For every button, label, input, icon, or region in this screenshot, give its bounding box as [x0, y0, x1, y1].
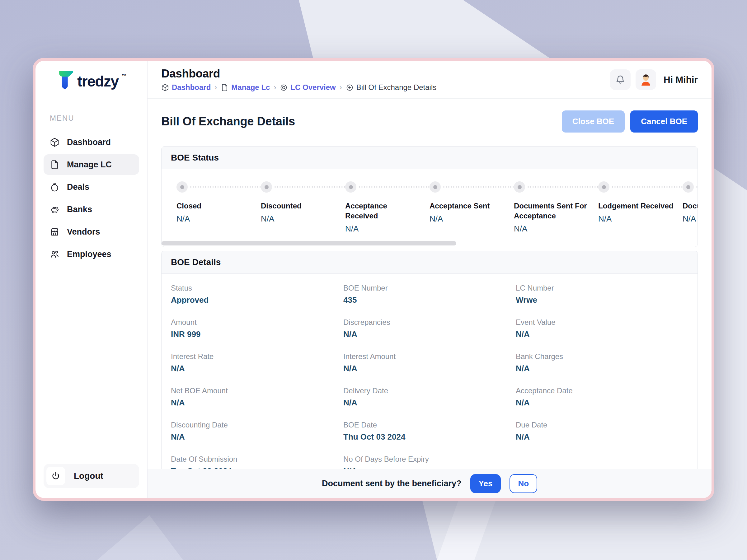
field-interest-rate: Interest Rate N/A [171, 352, 343, 373]
step-connector [190, 186, 261, 188]
step-dot [177, 181, 188, 193]
page-header-title: Dashboard [161, 67, 436, 80]
field-boe-date: BOE Date Thu Oct 03 2024 [343, 421, 516, 442]
cube-icon [50, 137, 59, 147]
beneficiary-question: Document sent by the beneficiary? [322, 479, 462, 488]
avatar-person-icon [639, 73, 653, 87]
no-button[interactable]: No [510, 474, 537, 493]
brand-logo: tredzy ™ [35, 70, 147, 96]
field-due-date: Due Date N/A [516, 421, 688, 442]
beneficiary-question-bar: Document sent by the beneficiary? Yes No [148, 469, 712, 498]
file-icon [50, 160, 59, 169]
yes-button[interactable]: Yes [470, 474, 501, 493]
timeline-step-acceptance-received: Acceptance Received N/A [345, 181, 430, 234]
field-acceptance-date: Acceptance Date N/A [516, 386, 688, 407]
step-dot [345, 181, 356, 193]
horizontal-scrollbar [161, 241, 697, 246]
page-title: Bill Of Exchange Details [161, 115, 295, 128]
close-boe-button[interactable]: Close BOE [562, 110, 625, 133]
field-bank-charges: Bank Charges N/A [516, 352, 688, 373]
sidebar-item-label: Dashboard [67, 137, 111, 147]
step-dot [261, 181, 272, 193]
field-discrepancies: Discrepancies N/A [343, 318, 516, 339]
step-connector [443, 186, 514, 188]
step-connector [527, 186, 598, 188]
step-connector [696, 186, 697, 188]
cancel-boe-button[interactable]: Cancel BOE [630, 110, 698, 133]
breadcrumb-current: Bill Of Exchange Details [346, 83, 436, 92]
field-discounting-date: Discounting Date N/A [171, 421, 343, 442]
sidebar-item-label: Vendors [67, 227, 100, 237]
sidebar: tredzy ™ MENU Dashboard Manage LC [35, 61, 148, 498]
sidebar-item-dashboard[interactable]: Dashboard [44, 132, 139, 153]
cube-icon [161, 84, 169, 91]
sidebar-item-label: Employees [67, 249, 111, 259]
field-amount: Amount INR 999 [171, 318, 343, 339]
sidebar-item-banks[interactable]: Banks [44, 199, 139, 220]
power-icon [46, 466, 65, 485]
storefront-icon [50, 227, 59, 237]
target-icon [280, 84, 288, 91]
tredzy-logo-icon [56, 70, 74, 90]
logout-label: Logout [74, 471, 103, 481]
breadcrumb-manage-lc[interactable]: Manage Lc [221, 83, 270, 92]
timeline-step-lodgement-received: Lodgement Received N/A [598, 181, 682, 234]
sidebar-item-manage-lc[interactable]: Manage LC [44, 154, 139, 175]
step-dot [514, 181, 525, 193]
breadcrumb-lc-overview[interactable]: LC Overview [280, 83, 336, 92]
sidebar-item-employees[interactable]: Employees [44, 244, 139, 264]
brand-trademark: ™ [122, 70, 127, 82]
content-area: Bill Of Exchange Details Close BOE Cance… [148, 99, 712, 498]
step-dot [682, 181, 694, 193]
sidebar-divider [44, 102, 139, 102]
breadcrumb-dashboard[interactable]: Dashboard [161, 83, 211, 92]
step-connector [359, 186, 430, 188]
timeline-step-acceptance-sent: Acceptance Sent N/A [430, 181, 514, 234]
money-bag-icon [50, 182, 59, 192]
field-delivery-date: Delivery Date N/A [343, 386, 516, 407]
boe-status-card: BOE Status Closed N/A Discounted N/A [161, 146, 698, 247]
sidebar-item-label: Manage LC [67, 160, 112, 169]
step-connector [275, 186, 345, 188]
timeline-step-discounted: Discounted N/A [261, 181, 345, 234]
menu-section-label: MENU [50, 114, 147, 123]
notifications-button[interactable] [610, 70, 630, 90]
timeline-step-documents-received: Documents Received N/A [682, 181, 697, 234]
main-area: Dashboard Dashboard › Manage Lc › [148, 61, 712, 498]
field-event-value: Event Value N/A [516, 318, 688, 339]
step-dot [430, 181, 441, 193]
breadcrumb-separator: › [214, 83, 217, 92]
brand-name: tredzy [77, 70, 118, 93]
sidebar-item-vendors[interactable]: Vendors [44, 221, 139, 242]
sidebar-item-label: Deals [67, 182, 89, 192]
plus-circle-icon [346, 84, 354, 91]
users-icon [50, 249, 59, 259]
timeline-step-documents-sent: Documents Sent For Acceptance N/A [514, 181, 598, 234]
field-lc-number: LC Number Wrwe [516, 284, 688, 305]
boe-details-grid: Status Approved BOE Number 435 LC Number… [161, 274, 697, 488]
status-timeline: Closed N/A Discounted N/A Acceptance Rec… [161, 169, 697, 247]
step-connector [612, 186, 682, 188]
timeline-step-closed: Closed N/A [177, 181, 261, 234]
breadcrumb: Dashboard › Manage Lc › LC Overview [161, 83, 436, 92]
step-dot [598, 181, 610, 193]
boe-details-card: BOE Details Status Approved BOE Number 4… [161, 251, 698, 488]
breadcrumb-separator: › [340, 83, 342, 92]
logout-button[interactable]: Logout [44, 464, 139, 488]
field-net-boe-amount: Net BOE Amount N/A [171, 386, 343, 407]
bell-icon [615, 75, 625, 85]
boe-details-header: BOE Details [161, 251, 697, 274]
breadcrumb-separator: › [274, 83, 276, 92]
scrollbar-thumb[interactable] [161, 241, 456, 245]
file-icon [221, 84, 229, 91]
sidebar-item-label: Banks [67, 205, 92, 214]
sidebar-item-deals[interactable]: Deals [44, 177, 139, 197]
field-interest-amount: Interest Amount N/A [343, 352, 516, 373]
field-status: Status Approved [171, 284, 343, 305]
sidebar-nav: Dashboard Manage LC Deals [35, 132, 147, 266]
user-greeting: Hi Mihir [664, 74, 698, 85]
boe-status-header: BOE Status [161, 146, 697, 169]
avatar[interactable] [636, 70, 656, 90]
app-window: tredzy ™ MENU Dashboard Manage LC [33, 58, 714, 501]
piggy-bank-icon [50, 205, 59, 214]
